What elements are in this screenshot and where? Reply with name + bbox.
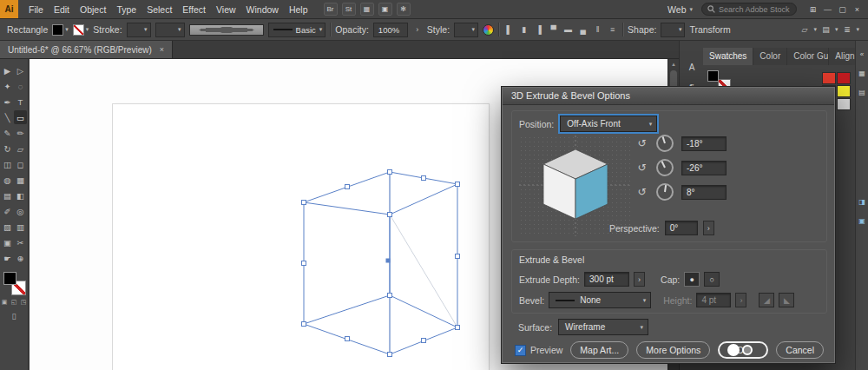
eyedropper-tool[interactable]: ✐: [1, 204, 14, 218]
ok-button[interactable]: OK: [718, 341, 768, 359]
color-panel-icon[interactable]: ▦: [856, 67, 868, 79]
magic-wand-tool[interactable]: ✦: [1, 79, 14, 93]
rotate-y-field[interactable]: -26°: [681, 161, 727, 175]
symbols-panel-icon[interactable]: ▣: [856, 215, 868, 227]
more-options-button[interactable]: More Options: [636, 341, 710, 359]
document-presets-icon[interactable]: ▣: [378, 3, 392, 16]
document-tab[interactable]: Untitled-6* @ 66.67% (RGB/Preview) ×: [0, 41, 173, 58]
artboard[interactable]: [113, 104, 489, 370]
stroke-color-swatch[interactable]: [73, 24, 84, 36]
paintbrush-tool[interactable]: ✎: [1, 126, 14, 140]
brush-definition-select[interactable]: Basic▾: [268, 23, 326, 37]
menu-help[interactable]: Help: [284, 0, 313, 19]
color-swatch[interactable]: [822, 72, 836, 84]
align-top-icon[interactable]: ▀: [548, 23, 559, 36]
symbol-sprayer-tool[interactable]: ▨: [1, 220, 14, 234]
gradient-tool[interactable]: ◧: [14, 188, 27, 202]
restore-icon[interactable]: ▢: [835, 3, 850, 17]
draw-normal-icon[interactable]: ▣: [1, 298, 9, 307]
color-swatch[interactable]: [837, 72, 851, 84]
fill-color-control[interactable]: ▾: [52, 24, 69, 36]
bevel-select[interactable]: None ▾: [549, 292, 651, 308]
fill-proxy-swatch[interactable]: [707, 70, 719, 82]
opacity-select[interactable]: 100%: [373, 23, 408, 37]
zoom-tool[interactable]: ⊕: [14, 251, 27, 265]
opacity-flyout-icon[interactable]: ›: [412, 23, 423, 36]
distribute-h-icon[interactable]: ‖: [592, 23, 603, 36]
width-tool[interactable]: ◫: [1, 157, 14, 171]
style-select[interactable]: ▾: [454, 23, 478, 37]
perspective-field[interactable]: 0°: [665, 221, 698, 235]
info-panel-icon[interactable]: ▤: [856, 86, 868, 98]
menu-edit[interactable]: Edit: [49, 0, 75, 19]
blend-tool[interactable]: ◎: [14, 204, 27, 218]
libraries-panel-icon[interactable]: ◨: [856, 195, 868, 208]
gpu-performance-icon[interactable]: ✻: [397, 3, 411, 16]
stroke-weight-select[interactable]: ▾: [127, 23, 151, 37]
pencil-tool[interactable]: ✏: [14, 126, 27, 140]
fill-color-swatch[interactable]: [52, 24, 63, 36]
color-swatch[interactable]: [837, 98, 851, 110]
extrude-depth-field[interactable]: 300 pt: [584, 272, 629, 287]
shape-builder-tool[interactable]: ◍: [1, 173, 14, 187]
close-icon[interactable]: ×: [850, 3, 865, 17]
draw-inside-icon[interactable]: ◳: [20, 298, 28, 307]
align-left-icon[interactable]: ▌: [503, 23, 515, 36]
artboard-tool[interactable]: ▣: [1, 235, 14, 249]
rotate-z-field[interactable]: 8°: [681, 185, 727, 200]
rotate-tool[interactable]: ↻: [1, 142, 14, 155]
perspective-grid-tool[interactable]: ▦: [14, 173, 27, 187]
menu-type[interactable]: Type: [111, 0, 141, 19]
align-center-h-icon[interactable]: ▮: [518, 23, 529, 36]
rotate-z-dial[interactable]: [656, 183, 674, 201]
align-right-icon[interactable]: ▐: [533, 23, 544, 36]
close-icon[interactable]: ×: [160, 45, 164, 54]
color-swatch[interactable]: [837, 85, 851, 97]
slice-tool[interactable]: ✂: [14, 235, 27, 249]
scroll-up-icon[interactable]: ▴: [668, 59, 679, 69]
distribute-v-icon[interactable]: ≡: [607, 23, 618, 36]
shape-options-select[interactable]: ▾: [661, 23, 685, 37]
menu-effect[interactable]: Effect: [177, 0, 211, 19]
document-setup-icon[interactable]: ▤: [820, 23, 832, 36]
expand-panels-icon[interactable]: «: [856, 48, 868, 60]
transform-label[interactable]: Transform: [689, 24, 730, 35]
lasso-tool[interactable]: ◌: [14, 79, 27, 93]
panel-menu-icon[interactable]: ≣: [841, 23, 852, 36]
fill-swatch[interactable]: [3, 272, 16, 285]
screen-mode-icon[interactable]: ▯: [0, 312, 28, 320]
preview-control[interactable]: ✓ Preview: [515, 345, 562, 356]
panel-tab-color[interactable]: Color: [753, 48, 787, 65]
bridge-icon[interactable]: Br: [324, 3, 338, 16]
dialog-title[interactable]: 3D Extrude & Bevel Options: [503, 88, 834, 105]
cap-off-icon[interactable]: ○: [704, 272, 720, 287]
app-grid-icon[interactable]: ⊞: [806, 3, 820, 17]
rotate-y-dial[interactable]: [656, 159, 674, 176]
line-segment-tool[interactable]: ╲: [1, 110, 14, 124]
perspective-flyout-icon[interactable]: ›: [703, 221, 714, 235]
search-input[interactable]: Search Adobe Stock: [701, 3, 797, 16]
stock-icon[interactable]: St: [342, 3, 356, 16]
rectangle-tool[interactable]: ▭: [14, 110, 27, 124]
menu-select[interactable]: Select: [141, 0, 177, 19]
panel-tab-swatches[interactable]: Swatches: [703, 48, 753, 65]
extrude-depth-flyout-icon[interactable]: ›: [634, 272, 645, 287]
workspace-switcher[interactable]: Web ▾: [667, 4, 693, 15]
position-select[interactable]: Off-Axis Front ▾: [560, 116, 657, 132]
column-graph-tool[interactable]: ▥: [14, 220, 27, 234]
hand-tool[interactable]: ☛: [1, 251, 14, 265]
surface-select[interactable]: Wireframe ▾: [558, 319, 648, 335]
width-profile-select[interactable]: ▾: [155, 23, 185, 37]
pen-tool[interactable]: ✒: [1, 95, 14, 109]
align-middle-icon[interactable]: ▬: [562, 23, 574, 36]
cap-on-icon[interactable]: ●: [684, 272, 700, 287]
arrange-documents-icon[interactable]: ▦: [360, 3, 374, 16]
stroke-profile-preview[interactable]: [189, 24, 264, 36]
selection-tool[interactable]: ▶: [1, 63, 14, 77]
menu-file[interactable]: File: [23, 0, 49, 19]
cancel-button[interactable]: Cancel: [776, 341, 824, 359]
recolor-artwork-icon[interactable]: [483, 24, 494, 36]
type-tool[interactable]: T: [14, 95, 27, 109]
free-transform-tool[interactable]: ◻: [14, 157, 27, 171]
menu-window[interactable]: Window: [241, 0, 284, 19]
